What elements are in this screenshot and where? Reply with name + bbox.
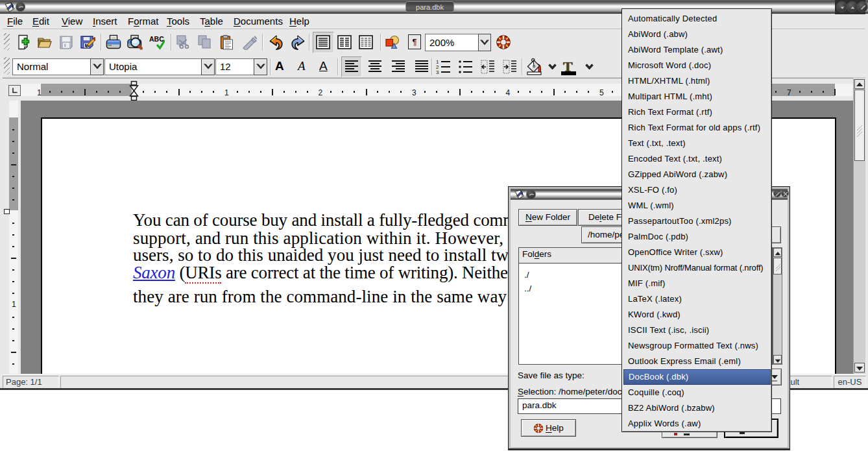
svg-text:3: 3: [436, 69, 439, 75]
svg-text:ABC: ABC: [149, 35, 164, 43]
